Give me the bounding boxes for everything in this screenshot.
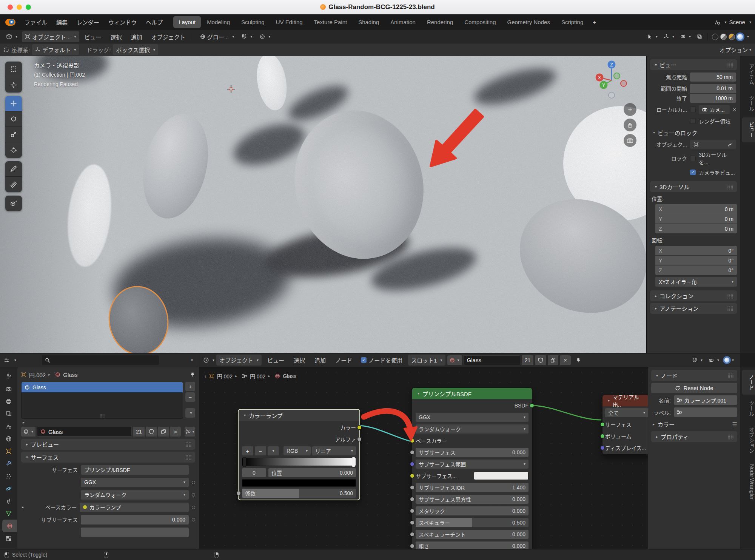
shading-solid-button[interactable] <box>720 34 727 40</box>
panel-grip[interactable]: ⣿⣿ <box>185 455 192 460</box>
panel-grip[interactable]: ⣿⣿ <box>727 306 733 311</box>
menu-add[interactable]: 追加 <box>311 355 330 366</box>
panel-grip[interactable]: ⣿⣿ <box>727 293 733 299</box>
browse-material-button[interactable]: ▾ <box>447 355 462 365</box>
local-camera-toggle[interactable] <box>690 106 696 112</box>
new-material-button[interactable] <box>548 355 558 365</box>
panel-grip[interactable]: ⣿⣿ <box>727 62 733 68</box>
tool-add-primitive[interactable] <box>5 196 22 211</box>
animate-dot[interactable] <box>192 518 195 521</box>
sidebar-tab-view-active[interactable]: ビュー <box>742 117 755 142</box>
add-slot-button[interactable]: + <box>185 382 195 391</box>
workspace-tab-shading[interactable]: Shading <box>353 16 384 28</box>
show-overlays-toggle[interactable]: ▾ <box>677 32 694 41</box>
shader-type-dropdown[interactable]: オブジェクト ▾ <box>216 355 262 366</box>
animate-dot[interactable] <box>192 493 195 497</box>
lock-object-field[interactable] <box>690 140 736 149</box>
cursor-rotation-y-field[interactable]: Y0° <box>655 256 737 265</box>
panel-collection-header-collapsed[interactable]: ▸ コレクション ⣿⣿ <box>650 290 737 301</box>
tool-rotate[interactable] <box>5 111 22 127</box>
properties-tab-physics[interactable] <box>0 482 17 495</box>
tool-select-box[interactable] <box>5 62 22 77</box>
remove-slot-button[interactable]: − <box>185 392 195 402</box>
properties-search-input[interactable] <box>42 355 159 365</box>
menu-object[interactable]: オブジェクト <box>148 31 189 42</box>
properties-tab-particles[interactable] <box>0 470 17 482</box>
cursor-rotation-z-field[interactable]: Z0° <box>655 265 737 275</box>
slot-dropdown[interactable]: スロット1 ▾ <box>408 355 445 366</box>
clip-start-field[interactable]: 0.01 m <box>690 84 736 93</box>
chevron-right-icon[interactable]: ▸ <box>22 505 24 509</box>
properties-tab-object-data[interactable] <box>0 507 17 520</box>
menu-add[interactable]: 追加 <box>127 31 146 42</box>
material-slot-list[interactable]: Glass ⣿⣿ <box>21 382 183 419</box>
cursor-location-x-field[interactable]: X0 m <box>655 204 737 214</box>
eyedropper-icon[interactable] <box>727 142 733 147</box>
breadcrumb-material[interactable]: Glass <box>63 372 77 378</box>
menu-node[interactable]: ノード <box>331 355 356 366</box>
panel-grip[interactable]: ⣿⣿ <box>727 184 733 190</box>
clear-camera-button[interactable]: × <box>733 106 736 113</box>
sidebar-tab-node-active[interactable]: ノード <box>742 370 755 395</box>
material-name-field[interactable]: Glass <box>37 427 132 437</box>
menu-icon[interactable]: ☰ <box>732 421 737 428</box>
workspace-tab-geometry-nodes[interactable]: Geometry Nodes <box>502 16 555 28</box>
sidebar-tab-node-wrangler[interactable]: Node Wrangler <box>742 460 755 504</box>
properties-tab-world[interactable] <box>0 432 17 445</box>
next-property-partial[interactable] <box>81 528 189 537</box>
animate-dot[interactable] <box>192 481 195 484</box>
overlays-toggle[interactable]: ▾ <box>706 356 722 364</box>
snapping-toggle[interactable]: ▾ <box>689 356 706 364</box>
material-users-count-button[interactable]: 21 <box>522 355 533 365</box>
list-resize-grip[interactable]: ⣿⣿ <box>99 414 105 418</box>
properties-tab-object[interactable] <box>0 445 17 457</box>
breadcrumb-object[interactable]: 円.002 <box>29 371 46 379</box>
surface-section-header[interactable]: ▾ サーフェス ⣿⣿ <box>21 452 195 463</box>
panel-grip[interactable]: ⣿⣿ <box>185 442 192 447</box>
preview-section-collapsed[interactable]: ▸ プレビュー ⣿⣿ <box>21 439 195 450</box>
coordinate-system-dropdown[interactable]: デフォルト ▾ <box>32 44 79 55</box>
surface-shader-button[interactable]: プリンシプルBSDF <box>81 465 189 475</box>
show-gizmo-toggle[interactable]: ▾ <box>661 32 677 41</box>
selectability-visibility-toggle[interactable]: ▾ <box>644 32 661 41</box>
properties-tab-render[interactable] <box>0 383 17 395</box>
lock-camera-checkbox-checked[interactable]: ✓ <box>690 170 696 175</box>
node-tree-button[interactable]: ▾ <box>185 427 195 437</box>
navigation-gizmo[interactable]: Z Y X <box>593 59 639 104</box>
unlink-material-button[interactable]: × <box>170 427 181 437</box>
cursor-rotation-x-field[interactable]: X0° <box>655 246 737 255</box>
menu-help[interactable]: ヘルプ <box>141 18 167 26</box>
shader-editor-icon[interactable] <box>203 357 209 363</box>
properties-tab-scene[interactable] <box>0 420 17 432</box>
workspace-tab-animation[interactable]: Animation <box>385 16 421 28</box>
new-material-button[interactable] <box>158 427 169 437</box>
panel-grip[interactable]: ⣿⣿ <box>727 434 734 440</box>
workspace-tab-texture-paint[interactable]: Texture Paint <box>309 16 353 28</box>
material-users-count-button[interactable]: 21 <box>133 427 145 437</box>
workspace-tab-compositing[interactable]: Compositing <box>459 16 501 28</box>
properties-tab-texture[interactable] <box>0 532 17 545</box>
scene-selector[interactable]: ▾ Scene ▾ <box>714 19 755 25</box>
distribution-dropdown[interactable]: GGX ▾ <box>81 478 189 487</box>
workspace-tab-uv-editing[interactable]: UV Editing <box>271 16 308 28</box>
node-label-field[interactable] <box>674 407 737 417</box>
mode-selector[interactable]: オブジェクト... ▾ <box>22 31 79 42</box>
shading-wireframe-button[interactable] <box>712 34 718 40</box>
viewport-3d[interactable]: カメラ・透視投影 (1) Collection | 円.002 Renderin… <box>0 56 647 353</box>
toggle-xray[interactable] <box>694 32 705 41</box>
focal-length-field[interactable]: 50 mm <box>690 73 736 82</box>
panel-3d-cursor-header[interactable]: ▾ 3Dカーソル ⣿⣿ <box>650 181 737 192</box>
view-lock-subpanel-header[interactable]: ▾ ビューのロック <box>650 128 737 137</box>
add-workspace-button[interactable]: + <box>589 16 599 28</box>
snap-toggle[interactable]: ▾ <box>239 32 255 41</box>
workspace-tab-layout[interactable]: Layout <box>173 16 201 28</box>
render-region-checkbox[interactable] <box>690 118 696 124</box>
workspace-tab-sculpting[interactable]: Sculpting <box>236 16 270 28</box>
menu-file[interactable]: ファイル <box>20 18 52 26</box>
menu-render[interactable]: レンダー <box>72 18 104 26</box>
camera-view-button[interactable] <box>624 134 636 147</box>
sidebar-tab-tool[interactable]: ツール <box>742 396 755 421</box>
pin-icon[interactable] <box>576 358 581 363</box>
clip-end-field[interactable]: 1000 m <box>690 94 736 103</box>
sidebar-tab-item[interactable]: アイテム <box>742 59 755 89</box>
